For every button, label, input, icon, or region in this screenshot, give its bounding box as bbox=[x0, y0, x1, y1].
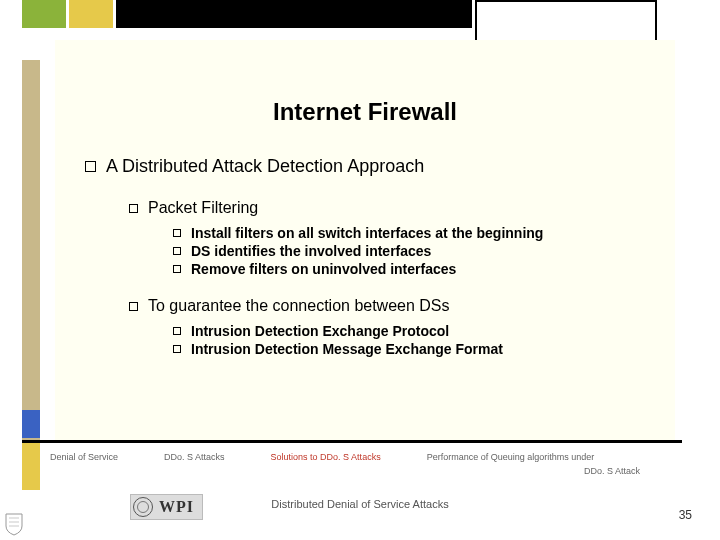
footer-nav-item[interactable]: Performance of Queuing algorithms under bbox=[427, 452, 595, 462]
bullet-square-icon bbox=[85, 161, 96, 172]
bullet-level3: DS identifies the involved interfaces bbox=[173, 243, 645, 259]
slide-title: Internet Firewall bbox=[85, 98, 645, 126]
bullet-level2: Packet Filtering bbox=[129, 199, 645, 217]
footer-nav-extra[interactable]: DDo. S Attack bbox=[584, 466, 640, 476]
bullet-square-icon bbox=[173, 229, 181, 237]
section1-heading: Packet Filtering bbox=[148, 199, 258, 217]
decor-top-outline bbox=[475, 0, 657, 45]
bullet-square-icon bbox=[173, 265, 181, 273]
section1-item: Remove filters on uninvolved interfaces bbox=[191, 261, 456, 277]
section2-heading: To guarantee the connection between DSs bbox=[148, 297, 450, 315]
slide-content: Internet Firewall A Distributed Attack D… bbox=[55, 40, 675, 440]
decor-block-yellow bbox=[69, 0, 113, 28]
decor-left-blue bbox=[22, 410, 40, 438]
bullet-level3: Intrusion Detection Message Exchange For… bbox=[173, 341, 645, 357]
bullet-square-icon bbox=[173, 247, 181, 255]
bullet-level3: Install filters on all switch interfaces… bbox=[173, 225, 645, 241]
shield-icon bbox=[4, 512, 24, 536]
bullet-square-icon bbox=[173, 327, 181, 335]
decor-left-yellow2 bbox=[22, 440, 40, 490]
bullet-square-icon bbox=[173, 345, 181, 353]
section1-item: DS identifies the involved interfaces bbox=[191, 243, 431, 259]
level1-text: A Distributed Attack Detection Approach bbox=[106, 156, 424, 177]
bullet-level1: A Distributed Attack Detection Approach bbox=[85, 156, 645, 177]
page-number: 35 bbox=[679, 508, 692, 522]
section1-item: Install filters on all switch interfaces… bbox=[191, 225, 543, 241]
bullet-square-icon bbox=[129, 302, 138, 311]
footer-nav: Denial of Service DDo. S Attacks Solutio… bbox=[50, 452, 690, 476]
footer-nav-item-active[interactable]: Solutions to DDo. S Attacks bbox=[271, 452, 381, 462]
footer-nav-item[interactable]: Denial of Service bbox=[50, 452, 118, 462]
bullet-level3: Intrusion Detection Exchange Protocol bbox=[173, 323, 645, 339]
decor-top-bar bbox=[116, 0, 472, 28]
section2-item: Intrusion Detection Message Exchange For… bbox=[191, 341, 503, 357]
decor-horizontal-rule bbox=[22, 440, 682, 443]
bullet-square-icon bbox=[129, 204, 138, 213]
decor-block-green bbox=[22, 0, 66, 28]
bullet-level3: Remove filters on uninvolved interfaces bbox=[173, 261, 645, 277]
footer-nav-item[interactable]: DDo. S Attacks bbox=[164, 452, 225, 462]
bullet-level2: To guarantee the connection between DSs bbox=[129, 297, 645, 315]
section2-item: Intrusion Detection Exchange Protocol bbox=[191, 323, 449, 339]
footer-title: Distributed Denial of Service Attacks bbox=[0, 498, 720, 510]
